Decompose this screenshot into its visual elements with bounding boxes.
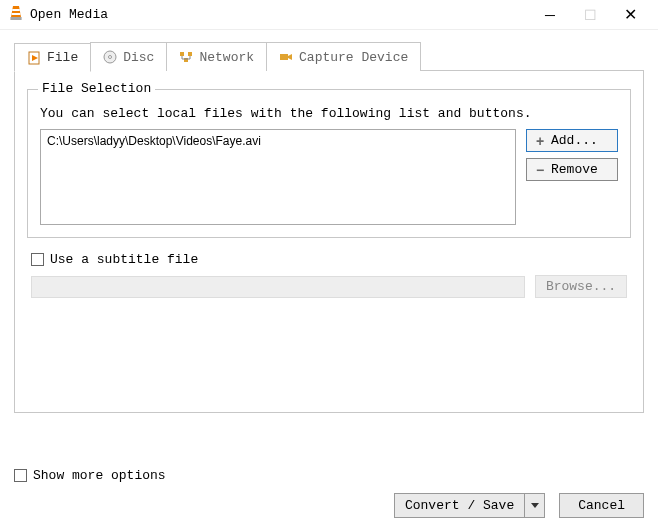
show-more-row[interactable]: Show more options xyxy=(14,468,644,483)
plus-icon: + xyxy=(533,134,547,148)
svg-rect-9 xyxy=(188,52,192,56)
remove-button[interactable]: − Remove xyxy=(526,158,618,181)
tab-file-label: File xyxy=(47,50,78,65)
tab-network[interactable]: Network xyxy=(166,42,267,71)
subtitle-path-input xyxy=(31,276,525,298)
file-list[interactable]: C:\Users\ladyy\Desktop\Videos\Faye.avi xyxy=(40,129,516,225)
tab-disc-label: Disc xyxy=(123,50,154,65)
network-icon xyxy=(179,50,193,64)
tab-capture-label: Capture Device xyxy=(299,50,408,65)
file-icon xyxy=(27,51,41,65)
browse-button: Browse... xyxy=(535,275,627,298)
file-selection-hint: You can select local files with the foll… xyxy=(40,106,618,121)
svg-rect-11 xyxy=(280,54,288,60)
tab-file[interactable]: File xyxy=(14,43,91,72)
subtitle-checkbox-row[interactable]: Use a subtitle file xyxy=(31,252,627,267)
close-button[interactable]: ✕ xyxy=(610,1,650,29)
svg-rect-8 xyxy=(180,52,184,56)
maximize-button: ☐ xyxy=(570,1,610,29)
tabs: File Disc Network Capture Device xyxy=(14,42,644,71)
svg-point-7 xyxy=(109,56,112,59)
svg-rect-2 xyxy=(12,13,21,15)
svg-rect-1 xyxy=(12,9,20,11)
disc-icon xyxy=(103,50,117,64)
remove-button-label: Remove xyxy=(551,162,598,177)
show-more-label: Show more options xyxy=(33,468,166,483)
tab-panel-file: File Selection You can select local file… xyxy=(14,70,644,413)
svg-marker-0 xyxy=(11,6,21,17)
add-button-label: Add... xyxy=(551,133,598,148)
capture-icon xyxy=(279,50,293,64)
tab-disc[interactable]: Disc xyxy=(90,42,167,71)
convert-save-label[interactable]: Convert / Save xyxy=(394,493,525,518)
cancel-button[interactable]: Cancel xyxy=(559,493,644,518)
show-more-checkbox[interactable] xyxy=(14,469,27,482)
convert-save-dropdown[interactable] xyxy=(525,493,545,518)
file-selection-group: File Selection You can select local file… xyxy=(27,89,631,238)
subtitle-checkbox[interactable] xyxy=(31,253,44,266)
vlc-icon xyxy=(8,5,24,25)
chevron-down-icon xyxy=(531,503,539,508)
minus-icon: − xyxy=(533,163,547,177)
minimize-button[interactable]: ─ xyxy=(530,1,570,29)
tab-capture[interactable]: Capture Device xyxy=(266,42,421,71)
file-selection-legend: File Selection xyxy=(38,81,155,96)
svg-rect-3 xyxy=(10,17,21,20)
svg-marker-12 xyxy=(288,54,292,60)
browse-button-label: Browse... xyxy=(546,279,616,294)
window-title: Open Media xyxy=(30,7,530,22)
convert-save-button[interactable]: Convert / Save xyxy=(394,493,545,518)
file-list-item[interactable]: C:\Users\ladyy\Desktop\Videos\Faye.avi xyxy=(47,134,509,148)
add-button[interactable]: + Add... xyxy=(526,129,618,152)
cancel-button-label: Cancel xyxy=(578,498,625,513)
subtitle-label: Use a subtitle file xyxy=(50,252,198,267)
tab-network-label: Network xyxy=(199,50,254,65)
